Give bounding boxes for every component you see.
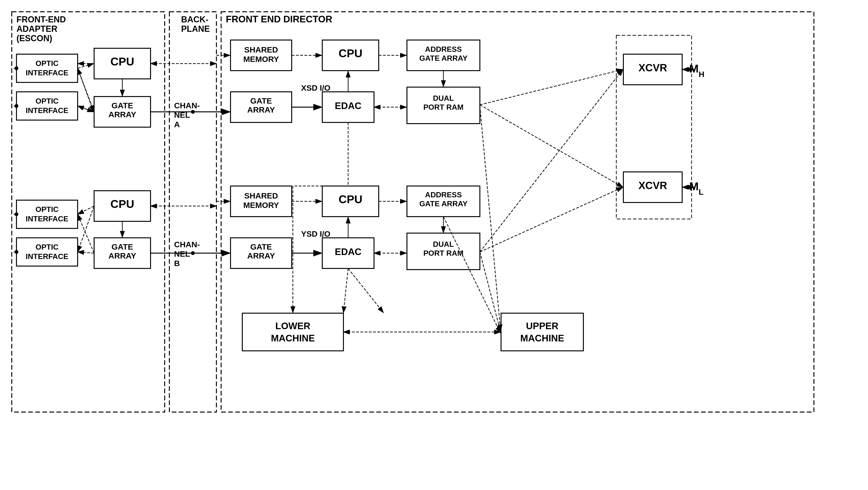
svg-text:MEMORY: MEMORY (243, 201, 279, 209)
gate-array-1-label: GATE (112, 101, 133, 110)
svg-rect-49 (242, 313, 343, 351)
cpu-3-label: CPU (339, 47, 362, 60)
svg-text:ADAPTER: ADAPTER (17, 24, 57, 34)
front-end-adapter-label: FRONT-END (17, 15, 66, 24)
svg-point-70 (191, 110, 195, 114)
edac-2-label: EDAC (335, 247, 361, 257)
gate-array-2-label: GATE (112, 242, 133, 251)
address-gate-2-label: ADDRESS (425, 191, 462, 199)
cpu-1-label: CPU (110, 55, 134, 68)
svg-text:GATE ARRAY: GATE ARRAY (419, 54, 467, 62)
channel-a-label: CHAN- (174, 101, 200, 110)
diagram-container: FRONT-END ADAPTER (ESCON) OPTIC INTERFAC… (7, 7, 861, 483)
svg-text:B: B (174, 259, 180, 268)
upper-machine-label: UPPER (526, 321, 558, 331)
channel-b-label: CHAN- (174, 240, 200, 249)
front-end-director-label: FRONT END DIRECTOR (226, 14, 332, 24)
svg-rect-8 (17, 54, 78, 82)
svg-text:MACHINE: MACHINE (520, 333, 564, 343)
svg-text:GATE ARRAY: GATE ARRAY (419, 199, 467, 208)
svg-text:MACHINE: MACHINE (271, 333, 315, 343)
gate-array-4-label: GATE (250, 242, 272, 251)
dual-port-2-label: DUAL (433, 240, 454, 249)
lower-machine-label: LOWER (275, 321, 310, 331)
ysd-io-label: YSD I/O (301, 229, 331, 238)
svg-rect-12 (17, 200, 78, 228)
svg-text:INTERFACE: INTERFACE (26, 68, 68, 77)
svg-text:ARRAY: ARRAY (247, 105, 275, 114)
shared-memory-2-label: SHARED (244, 191, 278, 200)
address-gate-1-label: ADDRESS (425, 45, 462, 53)
dual-port-1-label: DUAL (433, 94, 454, 103)
xsd-io-label: XSD I/O (301, 83, 331, 92)
gate-array-3-label: GATE (250, 96, 272, 105)
edac-1-label: EDAC (335, 100, 361, 111)
svg-text:ARRAY: ARRAY (108, 110, 136, 119)
optic-interface-4-label: OPTIC (35, 243, 59, 251)
svg-text:PORT RAM: PORT RAM (424, 103, 464, 111)
svg-text:NEL: NEL (174, 249, 190, 258)
svg-text:INTERFACE: INTERFACE (26, 214, 68, 223)
svg-rect-14 (17, 238, 78, 266)
cpu-4-label: CPU (339, 193, 362, 206)
svg-rect-51 (501, 313, 583, 351)
cpu-2-label: CPU (110, 198, 134, 210)
optic-interface-3-label: OPTIC (35, 205, 59, 213)
svg-text:INTERFACE: INTERFACE (26, 106, 68, 115)
svg-text:ARRAY: ARRAY (247, 251, 275, 260)
backplane-label: BACK- (181, 15, 209, 24)
svg-text:INTERFACE: INTERFACE (26, 252, 68, 261)
svg-text:A: A (174, 120, 180, 129)
svg-text:PLANE: PLANE (181, 24, 210, 34)
optic-interface-1-label: OPTIC (35, 59, 59, 67)
svg-text:(ESCON): (ESCON) (17, 33, 52, 43)
svg-rect-10 (17, 92, 78, 120)
shared-memory-1-label: SHARED (244, 45, 278, 54)
svg-text:ARRAY: ARRAY (108, 251, 136, 260)
svg-text:MEMORY: MEMORY (243, 55, 279, 64)
xcvr-2-label: XCVR (639, 180, 667, 191)
svg-point-72 (191, 251, 195, 255)
xcvr-1-label: XCVR (639, 62, 667, 74)
svg-text:PORT RAM: PORT RAM (424, 249, 464, 257)
optic-interface-2-label: OPTIC (35, 97, 59, 105)
